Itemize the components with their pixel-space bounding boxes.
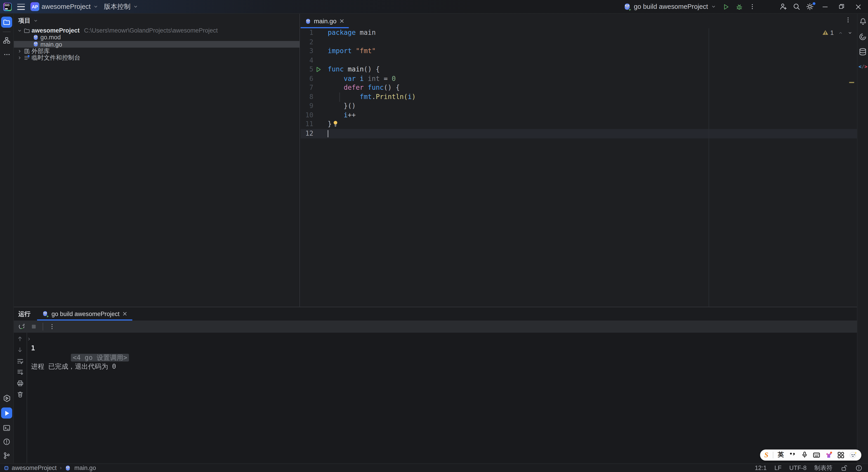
endpoints-tool-button[interactable]: </> — [858, 62, 867, 71]
trash-icon — [16, 390, 24, 398]
editor: main.go ✕ 1 123456789101112 package main… — [301, 14, 857, 307]
stripe-divider — [3, 32, 10, 32]
ime-skin-button[interactable] — [825, 451, 833, 459]
run-console[interactable]: <4 go 设置调用> 1 进程 已完成，退出代码为 0 — [14, 333, 857, 464]
code-line[interactable] — [328, 56, 849, 65]
database-tool-button[interactable] — [858, 47, 867, 56]
chevron-down-icon[interactable] — [17, 28, 22, 33]
code-with-me-button[interactable] — [777, 1, 789, 12]
terminal-tool-button[interactable] — [2, 423, 11, 432]
sogou-logo[interactable]: S — [764, 451, 768, 459]
ime-toolbox-button[interactable] — [837, 451, 845, 459]
minimize-button[interactable] — [817, 1, 833, 12]
run-line-icon[interactable] — [315, 66, 322, 72]
code-line[interactable]: var i int = 0 — [328, 74, 849, 84]
breadcrumb-file[interactable]: main.go — [74, 465, 96, 471]
ime-voice-button[interactable] — [800, 451, 808, 459]
notifications-status-button[interactable] — [855, 464, 863, 472]
console-exit-line: 进程 已完成，退出代码为 0 — [31, 363, 851, 372]
line-number[interactable]: 5 — [301, 65, 317, 74]
code-line[interactable] — [328, 37, 849, 46]
line-number[interactable]: 3 — [301, 46, 317, 56]
code-line[interactable]: defer func() { — [328, 83, 849, 92]
intention-bulb-icon[interactable] — [333, 121, 338, 128]
tree-row-gomod[interactable]: go.mod — [14, 34, 300, 41]
line-number[interactable]: 12 — [301, 129, 317, 138]
line-number[interactable]: 1 — [301, 28, 317, 37]
project-panel-header[interactable]: 项目 — [14, 14, 300, 27]
readonly-toggle[interactable] — [840, 464, 848, 472]
project-widget[interactable]: AP awesomeProject — [31, 2, 98, 11]
tab-options-button[interactable] — [845, 17, 851, 23]
go-file-icon — [65, 465, 71, 471]
line-separator-widget[interactable]: LF — [774, 465, 781, 471]
main-menu-button[interactable] — [17, 4, 25, 10]
run-tool-button[interactable] — [1, 407, 12, 418]
project-tool-button[interactable] — [1, 17, 12, 28]
line-number[interactable]: 2 — [301, 37, 317, 46]
notifications-tool-button[interactable] — [858, 17, 867, 26]
more-actions-button[interactable] — [746, 1, 758, 12]
tab-close-icon[interactable]: ✕ — [339, 18, 344, 24]
debug-button[interactable] — [733, 1, 745, 12]
console-divider — [26, 333, 27, 464]
code-line[interactable]: } — [328, 120, 849, 129]
tree-row-root[interactable]: awesomeProject C:\Users\meowr\GolandProj… — [14, 27, 300, 34]
chevron-right-icon[interactable] — [17, 49, 22, 53]
settings-button[interactable] — [804, 1, 816, 12]
git-tool-button[interactable] — [2, 451, 11, 460]
more-tool-windows-button[interactable] — [2, 50, 11, 59]
code-line[interactable] — [328, 129, 849, 138]
soft-wrap-button[interactable] — [16, 356, 24, 365]
ime-assistant-button[interactable] — [849, 451, 857, 459]
console-stdout-line: 1 — [31, 344, 851, 353]
run-more-options-button[interactable] — [48, 322, 57, 331]
line-number[interactable]: 10 — [301, 111, 317, 120]
chevron-right-icon[interactable] — [17, 55, 22, 60]
scroll-to-end-button[interactable] — [16, 368, 24, 376]
tree-row-external-libraries[interactable]: 外部库 — [14, 48, 300, 54]
code-line[interactable]: package main — [328, 28, 849, 37]
ime-language-toggle[interactable]: 英 — [778, 451, 784, 459]
code-line[interactable]: }() — [328, 101, 849, 111]
structure-tool-button[interactable] — [2, 36, 11, 45]
tree-row-scratches[interactable]: 临时文件和控制台 — [14, 54, 300, 61]
stop-button[interactable] — [29, 322, 38, 331]
ime-punctuation-button[interactable] — [788, 451, 796, 459]
run-configuration-selector[interactable]: go build awesomeProject — [621, 1, 719, 12]
code-area[interactable]: package mainimport "fmt"func main() { va… — [328, 28, 849, 138]
services-tool-button[interactable] — [2, 394, 11, 402]
print-button[interactable] — [16, 379, 24, 387]
run-tab[interactable]: go build awesomeProject ✕ — [37, 307, 132, 320]
tree-row-maingo-selected[interactable]: main.go — [14, 41, 300, 48]
line-number[interactable]: 6 — [301, 74, 317, 84]
maximize-button[interactable] — [834, 1, 849, 12]
prev-occurrence-button[interactable] — [16, 334, 24, 343]
line-number[interactable]: 11 — [301, 120, 317, 129]
clear-console-button[interactable] — [16, 390, 24, 399]
tab-maingo[interactable]: main.go ✕ — [301, 14, 349, 28]
search-everywhere-button[interactable] — [790, 1, 803, 12]
code-line[interactable]: import "fmt" — [328, 46, 849, 56]
line-number[interactable]: 9 — [301, 101, 317, 111]
indent-widget[interactable]: 制表符 — [814, 464, 833, 472]
fold-chevron-icon[interactable] — [27, 337, 32, 342]
code-line[interactable]: func main() { — [328, 65, 849, 74]
ai-assistant-tool-button[interactable] — [858, 32, 867, 41]
run-button[interactable] — [720, 1, 732, 12]
breadcrumb-project[interactable]: awesomeProject — [11, 465, 57, 471]
tab-close-icon[interactable]: ✕ — [122, 311, 127, 317]
code-line[interactable]: i++ — [328, 111, 849, 120]
next-occurrence-button[interactable] — [16, 345, 24, 354]
code-line[interactable]: fmt.Println(i) — [328, 92, 849, 102]
rerun-button[interactable] — [17, 322, 26, 331]
ime-keyboard-button[interactable] — [813, 451, 820, 459]
encoding-widget[interactable]: UTF-8 — [789, 465, 807, 471]
vcs-widget[interactable]: 版本控制 — [104, 2, 138, 11]
line-number[interactable]: 8 — [301, 92, 317, 102]
line-number[interactable]: 7 — [301, 83, 317, 92]
close-button[interactable] — [850, 1, 866, 12]
caret-position-widget[interactable]: 12:1 — [755, 465, 767, 471]
line-number[interactable]: 4 — [301, 56, 317, 65]
problems-tool-button[interactable] — [2, 437, 11, 446]
